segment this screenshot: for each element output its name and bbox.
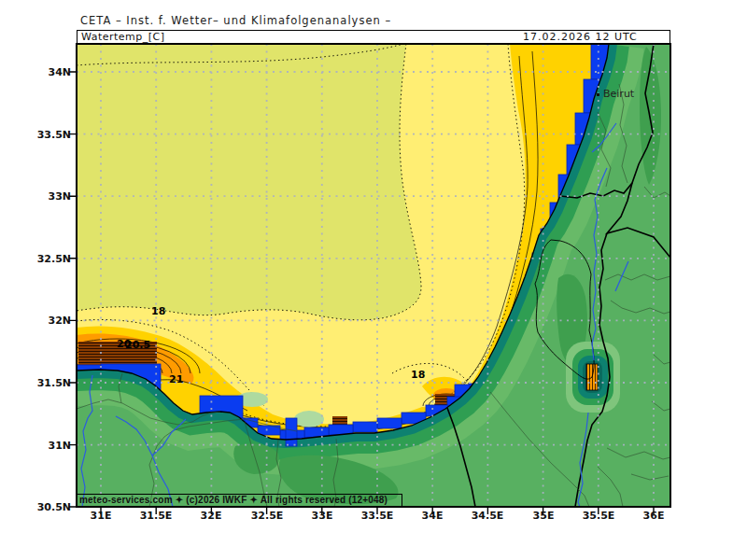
weather-map-page: CETA – Inst. f. Wetter– und Klimafolgena… — [0, 0, 747, 560]
lon-tick-label: 33.5E — [354, 510, 401, 522]
product-label: Watertemp_[C] — [81, 31, 165, 43]
city-marker — [597, 93, 599, 96]
map-canvas — [0, 0, 747, 560]
lon-tick-label: 34.5E — [464, 510, 511, 522]
lon-tick-label: 35.5E — [575, 510, 622, 522]
lon-tick-label: 34E — [409, 510, 456, 522]
coastal-cell — [286, 418, 297, 446]
lon-tick-label: 32.5E — [244, 510, 290, 522]
lon-tick-label: 35E — [520, 510, 567, 522]
lon-tick-label: 31E — [78, 510, 124, 522]
contour-label: 18 — [151, 305, 165, 317]
contour-label: 18 — [411, 369, 425, 381]
lat-tick-label: 34N — [24, 66, 71, 78]
attribution-text: meteo-services.com ✦ (c)2026 IWKF ✦ All … — [79, 495, 388, 505]
contour-label: 20.5 — [125, 339, 150, 351]
lon-tick-label: 33E — [299, 510, 345, 522]
lat-tick-label: 33N — [24, 190, 71, 203]
lat-tick-label: 33.5N — [24, 129, 71, 141]
lat-tick-label: 30.5N — [24, 501, 71, 513]
city-label: Beirut — [603, 88, 634, 100]
contour-label: 21 — [169, 373, 183, 385]
lat-tick-label: 31N — [24, 440, 71, 452]
lon-tick-label: 31.5E — [133, 510, 179, 522]
lon-tick-label: 32E — [188, 510, 234, 522]
datetime-label: 17.02.2026 12 UTC — [523, 31, 667, 43]
institute-title: CETA – Inst. f. Wetter– und Klimafolgena… — [80, 14, 391, 27]
lat-tick-label: 31.5N — [24, 377, 71, 389]
lat-tick-label: 32N — [24, 315, 71, 327]
lon-tick-label: 36E — [630, 510, 677, 522]
lat-tick-label: 32.5N — [24, 253, 71, 265]
